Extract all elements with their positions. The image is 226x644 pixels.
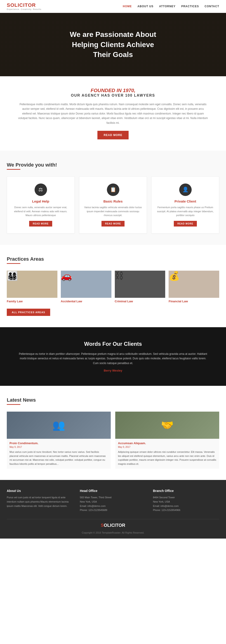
- nav-attorney[interactable]: ATTORNEY: [159, 5, 176, 8]
- navbar: SOLICITOR Experience. Creativity. Result…: [0, 0, 226, 13]
- accidental-law-image: 🚗: [61, 271, 111, 298]
- practices-section: Practices Areas 👨‍👩‍👧‍👦 Family Law 🚗 Acc…: [0, 245, 226, 327]
- news-body-2: Adipiscing quisque ornare dolor ultrices…: [118, 450, 217, 466]
- news-item-2[interactable]: 🤝 Accumsan Aliquam. May 9, 2017 Adipisci…: [115, 412, 219, 469]
- card-legal-title: Legal Help: [11, 199, 70, 203]
- logo-tagline: Experience. Creativity. Results: [7, 8, 41, 10]
- footer-branch-office-heading: Branch Office: [153, 489, 219, 492]
- financial-law-image: 💰: [169, 271, 219, 298]
- nav-contact[interactable]: CONTACT: [205, 5, 219, 8]
- card-legal-help: ⚖ Legal Help Donec sem nulla, venenatis …: [7, 176, 75, 234]
- footer-about-body: Purus vel cum justo id ad tortor torquen…: [7, 495, 73, 508]
- news-section: Latest News 👥 Proin Condimentum. May 9, …: [0, 386, 226, 480]
- provides-cards: ⚖ Legal Help Donec sem nulla, venenatis …: [7, 176, 219, 234]
- news-image-2: 🤝: [115, 412, 219, 439]
- card-rules-btn[interactable]: READ MORE: [101, 221, 125, 226]
- family-law-image: 👨‍👩‍👧‍👦: [7, 271, 57, 298]
- card-client-title: Private Client: [156, 199, 215, 203]
- footer-head-office-body: 583 Main Tower, Third Street New York, U…: [80, 495, 146, 512]
- footer-branch-office: Branch Office 8464 Second Tower New York…: [153, 489, 219, 512]
- founded-body: Pellentesque mollis condimentum mattis. …: [18, 102, 208, 125]
- private-client-icon: 👤: [179, 184, 192, 196]
- footer-logo: SOLICITOR: [7, 519, 219, 530]
- founded-heading2: OUR AGENCY HAS OVER 100 LAWYERS: [18, 94, 208, 98]
- family-law-label: Family Law: [7, 300, 57, 303]
- nav-about[interactable]: ABOUT US: [137, 5, 153, 8]
- practice-accidental-law[interactable]: 🚗 Accidental Law: [61, 271, 111, 303]
- hero-title: We are Passionate About Helping Clients …: [70, 30, 156, 60]
- hero-content: We are Passionate About Helping Clients …: [70, 30, 156, 60]
- card-rules-title: Basic Rules: [84, 199, 142, 203]
- provides-section: We Provide you with! ⚖ Legal Help Donec …: [0, 151, 226, 245]
- practices-heading: Practices Areas: [7, 256, 219, 262]
- card-legal-body: Donec sem nulla, venenatis auctor semper…: [11, 206, 70, 218]
- card-client-body: Fermentum porta sagittis mauris phase us…: [156, 206, 215, 218]
- testimonials-body: Pellentesque eu tortor in diam porttitor…: [18, 352, 208, 366]
- news-item-1[interactable]: 👥 Proin Condimentum. May 9, 2017 Mus var…: [7, 412, 111, 469]
- practice-grid: 👨‍👩‍👧‍👦 Family Law 🚗 Accidental Law ⛓ Cr…: [7, 271, 219, 303]
- logo-initial: S: [7, 2, 10, 8]
- criminal-law-label: Criminal Law: [115, 300, 165, 303]
- practices-underline: [7, 263, 20, 264]
- footer: About Us Purus vel cum justo id ad torto…: [0, 480, 226, 538]
- news-date-2: May 9, 2017: [118, 446, 217, 448]
- footer-logo-rest: OLICITOR: [104, 523, 125, 528]
- footer-about-heading: About Us: [7, 489, 73, 492]
- founded-heading1: FOUNDED IN 1970,: [18, 88, 208, 94]
- testimonials-heading: Words For Our Clients: [18, 341, 208, 347]
- footer-branch-office-body: 8464 Second Tower New York, USA Email: i…: [153, 495, 219, 512]
- news-body-1: Mus varius cum justo id nunc tincidunt. …: [9, 450, 108, 466]
- logo-rest: OLICITOR: [10, 2, 36, 8]
- logo: SOLICITOR Experience. Creativity. Result…: [7, 2, 41, 10]
- footer-copyright: Copyright © 2016 TemplateRoaster. All Ri…: [7, 531, 219, 534]
- news-content-1: Proin Condimentum. May 9, 2017 Mus variu…: [7, 439, 111, 469]
- founded-section: FOUNDED IN 1970, OUR AGENCY HAS OVER 100…: [0, 76, 226, 151]
- founded-read-more-button[interactable]: READ MORE: [97, 131, 129, 140]
- footer-head-office: Head Office 583 Main Tower, Third Street…: [80, 489, 146, 512]
- legal-help-icon: ⚖: [34, 184, 47, 196]
- practice-family-law[interactable]: 👨‍👩‍👧‍👦 Family Law: [7, 271, 57, 303]
- practice-financial-law[interactable]: 💰 Financial Law: [169, 271, 219, 303]
- testimonials-section: Words For Our Clients Pellentesque eu to…: [0, 327, 226, 386]
- basic-rules-icon: 📋: [107, 184, 119, 196]
- footer-grid: About Us Purus vel cum justo id ad torto…: [7, 489, 219, 512]
- footer-logo-initial: S: [101, 523, 104, 528]
- news-title-1: Proin Condimentum.: [9, 442, 108, 445]
- news-underline: [7, 404, 20, 405]
- practice-criminal-law[interactable]: ⛓ Criminal Law: [115, 271, 165, 303]
- news-date-1: May 9, 2017: [9, 446, 108, 448]
- card-basic-rules: 📋 Basic Rules Varius lacinia sagittis ve…: [79, 176, 147, 234]
- card-private-client: 👤 Private Client Fermentum porta sagitti…: [151, 176, 219, 234]
- nav-links: HOME ABOUT US ATTORNEY PRACTICES CONTACT: [123, 5, 219, 8]
- nav-home[interactable]: HOME: [123, 5, 132, 8]
- news-grid: 👥 Proin Condimentum. May 9, 2017 Mus var…: [7, 412, 219, 469]
- criminal-law-image: ⛓: [115, 271, 165, 298]
- card-rules-body: Varius lacinia sagittis vehicula venenat…: [84, 206, 142, 218]
- provides-heading: We Provide you with!: [7, 162, 219, 168]
- footer-head-office-heading: Head Office: [80, 489, 146, 492]
- news-content-2: Accumsan Aliquam. May 9, 2017 Adipiscing…: [115, 439, 219, 469]
- news-image-1: 👥: [7, 412, 111, 439]
- accidental-law-label: Accidental Law: [61, 300, 111, 303]
- hero-section: We are Passionate About Helping Clients …: [0, 13, 226, 76]
- testimonial-author: Berry Wesley: [18, 369, 208, 372]
- card-legal-btn[interactable]: READ MORE: [29, 221, 52, 226]
- footer-about: About Us Purus vel cum justo id ad torto…: [7, 489, 73, 512]
- financial-law-label: Financial Law: [169, 300, 219, 303]
- nav-practices[interactable]: PRACTICES: [181, 5, 199, 8]
- provides-underline: [7, 169, 20, 170]
- news-title-2: Accumsan Aliquam.: [118, 442, 217, 445]
- news-heading: Latest News: [7, 397, 219, 403]
- all-practices-button[interactable]: ALL PRACTICES AREAS: [7, 309, 50, 316]
- card-client-btn[interactable]: READ MORE: [174, 221, 197, 226]
